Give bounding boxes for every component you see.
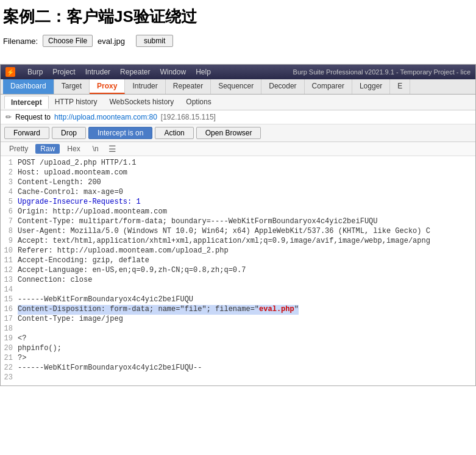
line-number: 10 bbox=[3, 246, 18, 256]
forward-button[interactable]: Forward bbox=[4, 127, 49, 139]
code-line: 4Cache-Control: max-age=0 bbox=[1, 188, 475, 198]
menu-window[interactable]: Window bbox=[160, 68, 186, 76]
format-pretty[interactable]: Pretty bbox=[4, 144, 33, 154]
nav-tab-comparer[interactable]: Comparer bbox=[305, 79, 352, 94]
subnav-intercept[interactable]: Intercept bbox=[4, 96, 49, 109]
code-line: 1POST /upload_2.php HTTP/1.1 bbox=[1, 159, 475, 168]
line-content: <? bbox=[18, 334, 26, 344]
code-line: 20phpinfo(); bbox=[1, 344, 475, 354]
code-line: 13Connection: close bbox=[1, 276, 475, 285]
format-raw[interactable]: Raw bbox=[35, 144, 60, 154]
format-hex[interactable]: Hex bbox=[62, 144, 85, 154]
line-number: 13 bbox=[3, 276, 18, 285]
submit-button[interactable]: submit bbox=[136, 35, 173, 47]
burp-subnav: Intercept HTTP history WebSockets histor… bbox=[1, 95, 475, 110]
code-line: 22------WebKitFormBoundaryox4c4yic2beiFU… bbox=[1, 364, 475, 373]
nav-tab-intruder[interactable]: Intruder bbox=[125, 79, 165, 94]
menu-help[interactable]: Help bbox=[196, 68, 211, 76]
nav-tab-e[interactable]: E bbox=[390, 79, 410, 94]
request-ip: [192.168.15.115] bbox=[161, 113, 216, 121]
drop-button[interactable]: Drop bbox=[52, 127, 86, 139]
line-number: 6 bbox=[3, 207, 18, 217]
code-area[interactable]: 1POST /upload_2.php HTTP/1.12Host: uploa… bbox=[1, 156, 475, 385]
line-number: 11 bbox=[3, 256, 18, 266]
subnav-options[interactable]: Options bbox=[180, 96, 217, 109]
burp-title-text: Burp Suite Professional v2021.9.1 - Temp… bbox=[293, 68, 471, 76]
menu-intruder[interactable]: Intruder bbox=[85, 68, 110, 76]
code-line: 17Content-Type: image/jpeg bbox=[1, 315, 475, 324]
code-line: 18 bbox=[1, 324, 475, 334]
line-content: Content-Disposition: form-data; name="fi… bbox=[18, 305, 299, 315]
code-line: 11Accept-Encoding: gzip, deflate bbox=[1, 256, 475, 266]
code-line: 23 bbox=[1, 373, 475, 383]
line-number: 2 bbox=[3, 168, 18, 178]
line-number: 17 bbox=[3, 315, 18, 324]
code-line: 14 bbox=[1, 285, 475, 295]
code-line: 21?> bbox=[1, 354, 475, 364]
line-number: 15 bbox=[3, 295, 18, 305]
open-browser-button[interactable]: Open Browser bbox=[196, 127, 261, 139]
line-content: Content-Type: multipart/form-data; bound… bbox=[18, 217, 378, 227]
code-line: 8User-Agent: Mozilla/5.0 (Windows NT 10.… bbox=[1, 227, 475, 237]
format-bar: Pretty Raw Hex \n ☰ bbox=[1, 142, 475, 156]
line-number: 1 bbox=[3, 159, 18, 168]
line-content: Accept: text/html,application/xhtml+xml,… bbox=[18, 237, 430, 246]
code-line: 6Origin: http://upload.moonteam.com bbox=[1, 207, 475, 217]
burp-menu: Burp Project Intruder Repeater Window He… bbox=[27, 68, 211, 76]
line-number: 12 bbox=[3, 266, 18, 276]
request-url[interactable]: http://upload.moonteam.com:80 bbox=[54, 113, 157, 121]
menu-repeater[interactable]: Repeater bbox=[120, 68, 150, 76]
burp-logo: ⚡ bbox=[5, 67, 15, 77]
code-line: 9Accept: text/html,application/xhtml+xml… bbox=[1, 237, 475, 246]
intercept-toolbar: Forward Drop Intercept is on Action Open… bbox=[1, 124, 475, 142]
line-content: POST /upload_2.php HTTP/1.1 bbox=[18, 159, 136, 168]
line-content: Accept-Encoding: gzip, deflate bbox=[18, 256, 149, 266]
format-menu-icon[interactable]: ☰ bbox=[106, 144, 119, 154]
request-info-bar: ✏ Request to http://upload.moonteam.com:… bbox=[1, 110, 475, 124]
nav-tab-repeater[interactable]: Repeater bbox=[166, 79, 211, 94]
nav-tab-decoder[interactable]: Decoder bbox=[261, 79, 304, 94]
subnav-websockets-history[interactable]: WebSockets history bbox=[103, 96, 180, 109]
code-line: 2Host: upload.moonteam.com bbox=[1, 168, 475, 178]
menu-burp[interactable]: Burp bbox=[27, 68, 43, 76]
code-line: 15------WebKitFormBoundaryox4c4yic2beiFU… bbox=[1, 295, 475, 305]
line-content: Upgrade-Insecure-Requests: 1 bbox=[18, 198, 141, 207]
code-line: 12Accept-Language: en-US,en;q=0.9,zh-CN;… bbox=[1, 266, 475, 276]
line-content: Content-Type: image/jpeg bbox=[18, 315, 123, 324]
menu-project[interactable]: Project bbox=[52, 68, 75, 76]
line-content: User-Agent: Mozilla/5.0 (Windows NT 10.0… bbox=[18, 227, 430, 237]
nav-tab-proxy[interactable]: Proxy bbox=[90, 79, 125, 94]
line-number: 14 bbox=[3, 285, 18, 295]
choose-file-button[interactable]: Choose File bbox=[43, 35, 93, 47]
line-number: 4 bbox=[3, 188, 18, 198]
line-content: Host: upload.moonteam.com bbox=[18, 168, 127, 178]
nav-tab-logger[interactable]: Logger bbox=[352, 79, 390, 94]
line-content: Origin: http://upload.moonteam.com bbox=[18, 207, 167, 217]
line-number: 3 bbox=[3, 178, 18, 188]
code-line: 10Referer: http://upload.moonteam.com/up… bbox=[1, 246, 475, 256]
request-text: Request to bbox=[15, 113, 51, 121]
subnav-http-history[interactable]: HTTP history bbox=[49, 96, 104, 109]
line-content: Cache-Control: max-age=0 bbox=[18, 188, 123, 198]
code-line: 7Content-Type: multipart/form-data; boun… bbox=[1, 217, 475, 227]
nav-tab-target[interactable]: Target bbox=[54, 79, 90, 94]
action-button[interactable]: Action bbox=[155, 127, 193, 139]
line-content: Connection: close bbox=[18, 276, 92, 285]
code-line: 19<? bbox=[1, 334, 475, 344]
line-number: 22 bbox=[3, 364, 18, 373]
nav-tab-dashboard[interactable]: Dashboard bbox=[3, 79, 54, 94]
burp-nav: Dashboard Target Proxy Intruder Repeater… bbox=[1, 79, 475, 95]
line-number: 16 bbox=[3, 305, 18, 315]
line-number: 8 bbox=[3, 227, 18, 237]
line-content: phpinfo(); bbox=[18, 344, 62, 354]
intercept-button[interactable]: Intercept is on bbox=[88, 127, 152, 139]
edit-icon: ✏ bbox=[5, 113, 12, 121]
line-number: 21 bbox=[3, 354, 18, 364]
line-content: ------WebKitFormBoundaryox4c4yic2beiFUQU bbox=[18, 295, 193, 305]
nav-tab-sequencer[interactable]: Sequencer bbox=[211, 79, 261, 94]
line-content: Referer: http://upload.moonteam.com/uplo… bbox=[18, 246, 229, 256]
line-number: 9 bbox=[3, 237, 18, 246]
format-ln[interactable]: \n bbox=[88, 144, 104, 154]
line-content: ?> bbox=[18, 354, 26, 364]
burp-titlebar: ⚡ Burp Project Intruder Repeater Window … bbox=[1, 65, 475, 79]
